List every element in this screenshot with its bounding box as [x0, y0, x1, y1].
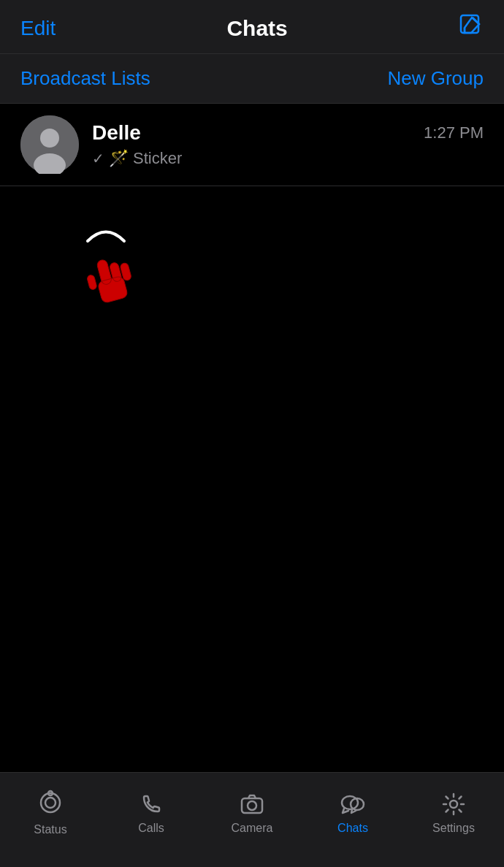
chat-item[interactable]: Delle 1:27 PM ✓ 🪄 Sticker [0, 104, 504, 186]
delivered-check-icon: ✓ [92, 150, 104, 167]
chat-preview: ✓ 🪄 Sticker [92, 149, 484, 168]
svg-point-20 [248, 801, 256, 810]
avatar-person-icon [20, 115, 79, 174]
tab-camera-label: Camera [232, 822, 273, 835]
edit-button[interactable]: Edit [20, 17, 56, 40]
svg-rect-0 [461, 15, 478, 33]
compose-button[interactable] [459, 13, 484, 43]
svg-rect-11 [96, 259, 112, 285]
cursor-overlay [66, 215, 153, 303]
chat-top: Delle 1:27 PM [92, 121, 484, 145]
svg-rect-8 [109, 261, 122, 282]
svg-rect-12 [109, 261, 122, 282]
svg-rect-6 [97, 275, 129, 303]
chat-list: Delle 1:27 PM ✓ 🪄 Sticker [0, 104, 504, 186]
svg-rect-15 [97, 275, 129, 303]
calls-icon [138, 791, 164, 817]
tab-chats[interactable]: Chats [302, 791, 403, 835]
svg-rect-10 [86, 275, 97, 291]
svg-rect-9 [120, 262, 132, 281]
tab-bar: Status Calls Camera Chats Settings [0, 772, 504, 867]
svg-rect-13 [120, 262, 132, 281]
tab-status-label: Status [34, 823, 66, 836]
chat-name: Delle [92, 121, 141, 145]
tab-camera[interactable]: Camera [202, 791, 302, 835]
svg-point-4 [40, 129, 59, 148]
tab-calls[interactable]: Calls [101, 791, 202, 835]
status-icon [37, 790, 64, 816]
status-icon-wrap [37, 790, 64, 819]
broadcast-lists-button[interactable]: Broadcast Lists [20, 67, 150, 90]
tab-settings-label: Settings [432, 822, 475, 835]
tab-chats-label: Chats [337, 822, 368, 835]
svg-rect-14 [86, 275, 97, 291]
header: Edit Chats [0, 0, 504, 54]
svg-point-17 [45, 798, 56, 808]
tab-calls-label: Calls [138, 822, 164, 835]
compose-icon [459, 13, 484, 38]
new-group-button[interactable]: New Group [388, 67, 484, 90]
chat-time: 1:27 PM [424, 123, 484, 142]
avatar [20, 115, 79, 174]
svg-point-23 [450, 801, 457, 808]
chat-preview-text: Sticker [133, 149, 182, 168]
cursor-hand-icon [66, 215, 153, 303]
camera-icon [239, 791, 265, 817]
chat-info: Delle 1:27 PM ✓ 🪄 Sticker [92, 121, 484, 168]
page-title: Chats [226, 16, 287, 41]
sub-header: Broadcast Lists New Group [0, 54, 504, 104]
chats-icon [340, 791, 366, 817]
settings-icon [440, 791, 467, 817]
svg-rect-7 [96, 259, 112, 285]
tab-status[interactable]: Status [0, 790, 101, 836]
tab-settings[interactable]: Settings [403, 791, 504, 835]
sticker-icon: 🪄 [109, 149, 129, 168]
